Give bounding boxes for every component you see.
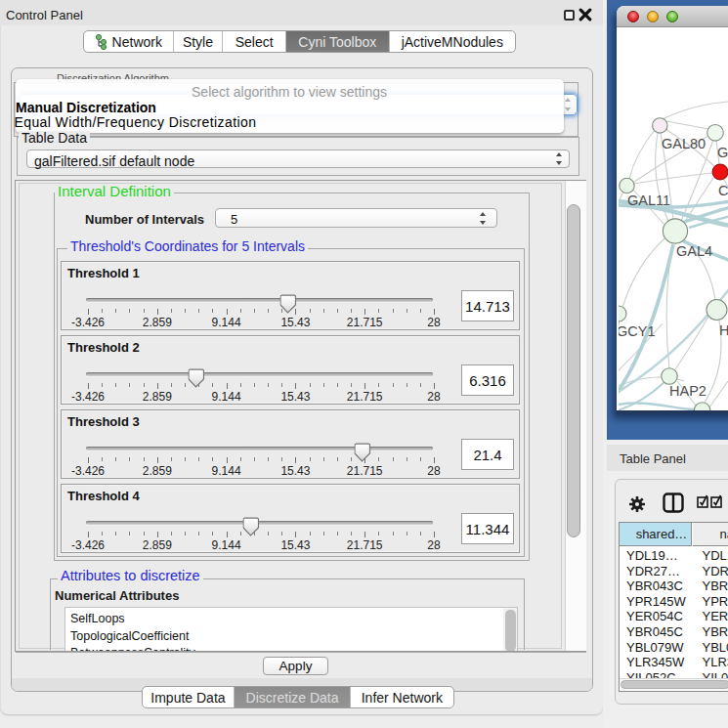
svg-text:C: C — [718, 183, 728, 198]
svg-text:GCY1: GCY1 — [619, 323, 656, 339]
svg-text:HAP2: HAP2 — [669, 383, 707, 399]
svg-text:GAL80: GAL80 — [662, 136, 706, 151]
svg-text:GAL11: GAL11 — [627, 193, 670, 208]
svg-text:H: H — [719, 322, 728, 338]
svg-text:GA: GA — [717, 145, 728, 160]
svg-text:GAL4: GAL4 — [676, 243, 712, 259]
